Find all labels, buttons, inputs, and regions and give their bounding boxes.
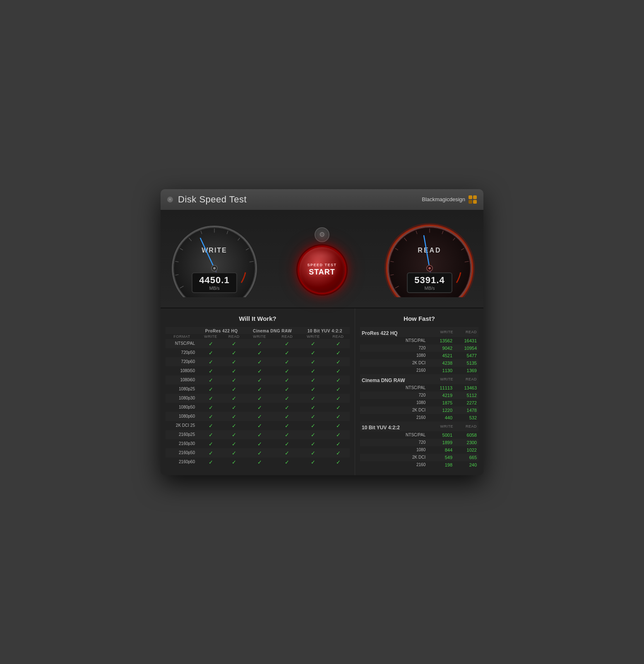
check: ✓ xyxy=(274,385,300,394)
check: ✓ xyxy=(245,339,274,348)
check: ✓ xyxy=(198,457,223,467)
check: ✓ xyxy=(198,366,223,375)
how-fast-table: ProRes 422 HQ WRITE READNTSC/PAL 13562 1… xyxy=(360,327,478,469)
check: ✓ xyxy=(327,385,350,394)
write-value: 9042 xyxy=(429,344,455,352)
write-value: 4219 xyxy=(429,392,455,399)
svg-text:READ: READ xyxy=(418,247,441,254)
write-gauge-visual: WRITE 4450.1 MB/s xyxy=(169,223,260,297)
brand-dot-4 xyxy=(473,200,477,204)
check: ✓ xyxy=(300,412,327,421)
read-value: 240 xyxy=(455,461,478,469)
read-value: 1478 xyxy=(455,407,478,414)
start-button[interactable]: SPEED TEST START xyxy=(299,247,345,293)
list-item: 720 4219 5112 xyxy=(360,392,478,399)
check: ✓ xyxy=(274,394,300,403)
group-title-row: 10 Bit YUV 4:2:2 WRITE READ xyxy=(360,421,478,431)
check: ✓ xyxy=(245,385,274,394)
write-value: 11113 xyxy=(429,384,455,392)
check: ✓ xyxy=(245,448,274,457)
close-button[interactable]: ✕ xyxy=(167,197,173,202)
app-title: Disk Speed Test xyxy=(178,194,247,205)
list-item: 1080 4521 5477 xyxy=(360,352,478,359)
check: ✓ xyxy=(223,366,245,375)
check: ✓ xyxy=(327,439,350,448)
center-controls: ⚙ SPEED TEST START xyxy=(299,227,345,293)
write-value: 1220 xyxy=(429,407,455,414)
check: ✓ xyxy=(223,375,245,385)
check: ✓ xyxy=(274,366,300,375)
row-label: 1080p50 xyxy=(166,403,198,412)
read-display: 5391.4 MB/s xyxy=(407,272,452,293)
check: ✓ xyxy=(327,394,350,403)
check: ✓ xyxy=(274,421,300,430)
check: ✓ xyxy=(327,375,350,385)
row-label: 2160p60 xyxy=(166,457,198,467)
check: ✓ xyxy=(327,448,350,457)
row-label: 1080 xyxy=(360,446,429,454)
yuv-read-label: READ xyxy=(327,334,350,339)
brand-name: Blackmagicdesign xyxy=(422,196,465,202)
check: ✓ xyxy=(274,430,300,439)
list-item: 2160 1130 1369 xyxy=(360,367,478,374)
check: ✓ xyxy=(300,421,327,430)
col-cinema-header: Cinema DNG RAW xyxy=(245,327,300,334)
list-item: 1080 1875 2272 xyxy=(360,399,478,407)
group-title-row: ProRes 422 HQ WRITE READ xyxy=(360,327,478,337)
read-gauge: READ 5391.4 MB/s xyxy=(384,223,475,297)
write-value: 5001 xyxy=(429,431,455,439)
read-value: 5391.4 xyxy=(413,275,446,286)
brand-icon xyxy=(469,195,477,204)
check: ✓ xyxy=(245,430,274,439)
check: ✓ xyxy=(198,430,223,439)
settings-button[interactable]: ⚙ xyxy=(315,227,329,242)
table-row: 2160p25 ✓ ✓ ✓ ✓ ✓ ✓ xyxy=(166,430,350,439)
row-label: 1080p30 xyxy=(166,394,198,403)
will-it-work-panel: Will It Work? ProRes 422 HQ Cinema DNG R… xyxy=(161,308,355,475)
check: ✓ xyxy=(245,403,274,412)
check: ✓ xyxy=(327,430,350,439)
write-value: 4521 xyxy=(429,352,455,359)
write-value: 4238 xyxy=(429,359,455,367)
check: ✓ xyxy=(274,448,300,457)
group-title: ProRes 422 HQ xyxy=(360,327,429,337)
tables-section: Will It Work? ProRes 422 HQ Cinema DNG R… xyxy=(161,308,483,475)
check: ✓ xyxy=(274,339,300,348)
table-row: 2160p60 ✓ ✓ ✓ ✓ ✓ ✓ xyxy=(166,457,350,467)
table-row: 2160p50 ✓ ✓ ✓ ✓ ✓ ✓ xyxy=(166,448,350,457)
check: ✓ xyxy=(198,348,223,357)
row-label: 1080 xyxy=(360,352,429,359)
row-label: 1080i50 xyxy=(166,366,198,375)
check: ✓ xyxy=(274,375,300,385)
row-label: 2160p25 xyxy=(166,430,198,439)
table-row: 2K DCI 25 ✓ ✓ ✓ ✓ ✓ ✓ xyxy=(166,421,350,430)
cinema-read-label: READ xyxy=(274,334,300,339)
check: ✓ xyxy=(274,412,300,421)
check: ✓ xyxy=(327,348,350,357)
check: ✓ xyxy=(300,348,327,357)
table-row: 720p50 ✓ ✓ ✓ ✓ ✓ ✓ xyxy=(166,348,350,357)
row-label: 720 xyxy=(360,344,429,352)
row-label: 1080p60 xyxy=(166,412,198,421)
check: ✓ xyxy=(274,403,300,412)
will-it-work-title: Will It Work? xyxy=(166,315,350,322)
row-label: 2K DCI xyxy=(360,359,429,367)
cinema-write-label: WRITE xyxy=(245,334,274,339)
list-item: NTSC/PAL 11113 13463 xyxy=(360,384,478,392)
check: ✓ xyxy=(245,375,274,385)
table-row: 2160p30 ✓ ✓ ✓ ✓ ✓ ✓ xyxy=(166,439,350,448)
table-row: 1080i60 ✓ ✓ ✓ ✓ ✓ ✓ xyxy=(166,375,350,385)
read-value: 5135 xyxy=(455,359,478,367)
list-item: 720 9042 10954 xyxy=(360,344,478,352)
gauges-section: WRITE 4450.1 MB/s ⚙ xyxy=(161,210,483,308)
write-col-header: WRITE xyxy=(429,374,455,384)
list-item: 2K DCI 4238 5135 xyxy=(360,359,478,367)
row-label: NTSC/PAL xyxy=(166,339,198,348)
check: ✓ xyxy=(223,385,245,394)
prores-write-label: WRITE xyxy=(198,334,223,339)
read-gauge-visual: READ 5391.4 MB/s xyxy=(384,223,475,297)
will-it-work-table: ProRes 422 HQ Cinema DNG RAW 10 Bit YUV … xyxy=(166,327,350,467)
row-label: 1080i60 xyxy=(166,375,198,385)
row-label: 2160p50 xyxy=(166,448,198,457)
start-top-label: SPEED TEST xyxy=(307,263,336,267)
